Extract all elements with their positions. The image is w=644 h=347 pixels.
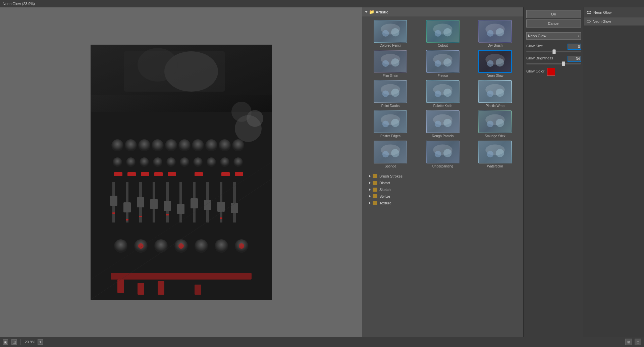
filter-thumb-neon-glow [478, 50, 512, 73]
filter-item-watercolor[interactable]: Watercolor [470, 141, 520, 168]
category-label-sketch: Sketch [379, 188, 391, 192]
zoom-fit-icon[interactable]: ⊞ [625, 339, 632, 345]
svg-rect-47 [191, 198, 198, 208]
filter-item-palette-knife[interactable]: Palette Knife [418, 80, 468, 108]
svg-rect-45 [164, 201, 171, 211]
category-item-distort[interactable]: Distort [362, 180, 523, 186]
svg-rect-29 [221, 172, 230, 176]
svg-point-90 [496, 28, 504, 36]
glow-size-row: Glow Size [526, 44, 581, 50]
category-label-texture: Texture [379, 201, 391, 205]
filter-label-underpainting: Underpainting [432, 164, 453, 168]
svg-rect-51 [112, 212, 115, 214]
filter-thumb-palette-knife [426, 80, 460, 103]
category-label-brush-strokes: Brush Strokes [379, 174, 402, 178]
zoom-actual-icon[interactable]: ⊡ [635, 339, 641, 345]
filter-thumb-film-grain [374, 50, 407, 73]
zoom-dropdown-btn[interactable]: ▾ [38, 339, 43, 345]
svg-point-129 [382, 151, 389, 158]
cancel-button[interactable]: Cancel [526, 19, 581, 28]
category-item-texture[interactable]: Texture [362, 200, 523, 206]
filter-item-smudge-stick[interactable]: Smudge Stick [470, 110, 520, 138]
category-expand-distort [369, 182, 371, 184]
glow-brightness-slider-track[interactable] [526, 63, 581, 64]
svg-point-78 [231, 102, 252, 122]
status-btn-left[interactable]: ▣ [3, 339, 8, 345]
canvas-image [91, 45, 272, 300]
category-item-sketch[interactable]: Sketch [362, 186, 523, 193]
glow-brightness-input[interactable] [568, 56, 581, 62]
filter-thumb-colored-pencil [374, 20, 407, 43]
svg-rect-42 [123, 202, 131, 212]
glow-color-param: Glow Color [526, 68, 581, 76]
artistic-section-label: Artistic [376, 10, 388, 14]
filter-item-plastic-wrap[interactable]: Plastic Wrap [470, 80, 520, 108]
svg-point-105 [382, 91, 389, 97]
svg-point-58 [154, 239, 168, 253]
svg-rect-28 [195, 172, 203, 176]
svg-point-126 [496, 119, 504, 127]
category-folder-sketch [373, 188, 377, 192]
filter-item-poster-edges[interactable]: Poster Edges [366, 110, 415, 138]
svg-point-6 [152, 139, 164, 151]
svg-point-9 [192, 139, 204, 151]
filter-item-neon-glow[interactable]: Neon Glow [470, 50, 520, 78]
filter-name-text: Neon Glow [528, 34, 546, 38]
glow-brightness-slider-thumb[interactable] [562, 61, 565, 66]
filter-thumb-paint-daubs [374, 80, 407, 103]
filter-item-sponge[interactable]: Sponge [366, 141, 415, 168]
svg-point-97 [435, 60, 441, 67]
svg-rect-68 [138, 283, 144, 295]
svg-point-16 [153, 157, 162, 167]
svg-rect-27 [168, 172, 176, 176]
zoom-input[interactable] [20, 339, 36, 345]
category-item-brush-strokes[interactable]: Brush Strokes [362, 173, 523, 180]
filter-item-paint-daubs[interactable]: Paint Daubs [366, 80, 415, 108]
svg-point-118 [391, 119, 399, 127]
filter-thumb-sponge [374, 141, 407, 163]
filter-item-dry-brush[interactable]: Dry Brush [470, 20, 520, 47]
effect-item-neon-glow[interactable]: Neon Glow [584, 17, 644, 26]
status-btn-right[interactable]: ◫ [11, 339, 17, 345]
category-folder-brush-strokes [373, 174, 377, 178]
eye-icon [587, 11, 591, 14]
svg-point-89 [487, 30, 494, 37]
svg-rect-30 [235, 172, 243, 176]
action-buttons: OK Cancel [524, 7, 584, 30]
svg-point-133 [435, 151, 441, 158]
zoom-control: ▾ [20, 339, 43, 345]
filter-item-fresco[interactable]: Fresco [418, 50, 468, 78]
glow-size-slider-track[interactable] [526, 51, 581, 52]
filter-thumb-poster-edges [374, 110, 407, 133]
filter-item-rough-pastels[interactable]: Rough Pastels [418, 110, 468, 138]
ok-button[interactable]: OK [526, 10, 581, 18]
filter-item-cutout[interactable]: Cutout [418, 20, 468, 47]
svg-point-7 [165, 139, 177, 151]
filter-thumb-watercolor [478, 141, 512, 163]
svg-rect-25 [141, 172, 149, 176]
svg-point-13 [113, 157, 122, 167]
filter-label-poster-edges: Poster Edges [380, 134, 400, 138]
glow-color-swatch[interactable] [547, 68, 555, 76]
filter-item-film-grain[interactable]: Film Grain [366, 50, 415, 78]
svg-point-101 [487, 60, 494, 67]
svg-rect-67 [117, 280, 124, 293]
effect-eye-icon [587, 20, 591, 23]
effect-item-label: Neon Glow [593, 19, 611, 23]
filter-name-dropdown[interactable]: Neon Glow ▾ [526, 32, 581, 40]
filter-item-colored-pencil[interactable]: Colored Pencil [366, 20, 415, 47]
svg-rect-44 [150, 199, 158, 209]
glow-size-slider-thumb[interactable] [552, 49, 556, 54]
glow-size-input[interactable] [568, 44, 581, 50]
glow-color-label: Glow Color [526, 69, 544, 73]
svg-rect-66 [111, 273, 252, 280]
filter-item-underpainting[interactable]: Underpainting [418, 141, 468, 168]
category-folder-distort [373, 181, 377, 185]
svg-point-19 [193, 157, 203, 167]
category-item-stylize[interactable]: Stylize [362, 193, 523, 200]
svg-point-22 [233, 157, 243, 167]
param-section: Glow Size Glow Brightness [524, 42, 584, 337]
svg-point-137 [487, 151, 494, 158]
effects-header: Neon Glow [584, 7, 644, 17]
artistic-section-header[interactable]: 📁 Artistic [362, 7, 523, 16]
